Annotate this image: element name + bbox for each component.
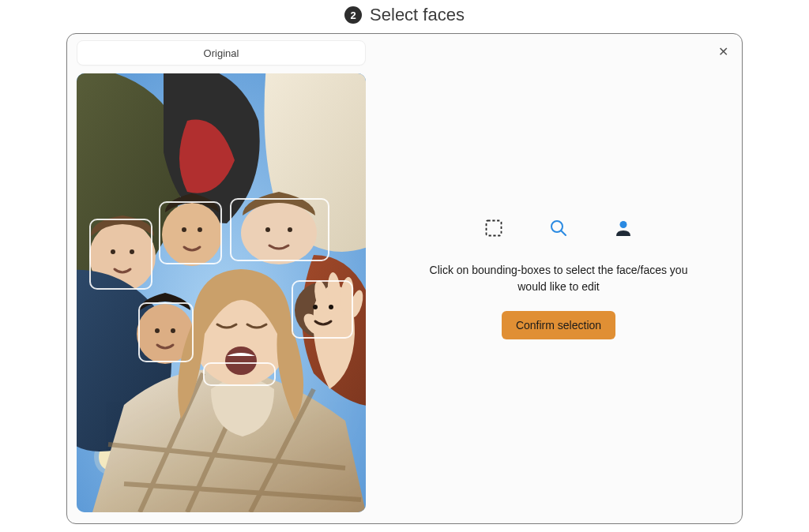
face-bounding-box[interactable] xyxy=(89,219,152,290)
face-bounding-box[interactable] xyxy=(292,280,353,339)
person-icon xyxy=(613,218,634,238)
step-number: 2 xyxy=(350,9,356,21)
image-preview xyxy=(77,73,366,512)
image-tab-bar[interactable]: Original xyxy=(77,40,366,66)
step-number-badge: 2 xyxy=(344,6,362,24)
face-bounding-box[interactable] xyxy=(203,362,276,386)
face-bounding-box[interactable] xyxy=(138,302,194,362)
close-button[interactable]: ✕ xyxy=(713,42,732,61)
close-icon: ✕ xyxy=(718,44,728,59)
page-header: 2 Select faces xyxy=(0,0,809,33)
right-column: Click on bounding-boxes to select the fa… xyxy=(375,34,742,523)
tab-original-label: Original xyxy=(204,47,239,59)
face-bounding-box[interactable] xyxy=(230,198,329,261)
selection-dashed-icon xyxy=(484,218,504,238)
left-column: Original xyxy=(67,34,375,523)
face-bounding-box[interactable] xyxy=(159,201,222,264)
confirm-selection-button[interactable]: Confirm selection xyxy=(502,311,615,339)
svg-line-35 xyxy=(561,230,566,235)
main-panel: ✕ Original xyxy=(66,33,743,524)
svg-point-36 xyxy=(620,221,627,228)
magnifier-icon xyxy=(548,218,569,238)
instruction-text: Click on bounding-boxes to select the fa… xyxy=(424,262,693,295)
svg-rect-33 xyxy=(487,221,502,236)
helper-icon-row xyxy=(484,218,634,238)
page-title: Select faces xyxy=(370,5,465,25)
